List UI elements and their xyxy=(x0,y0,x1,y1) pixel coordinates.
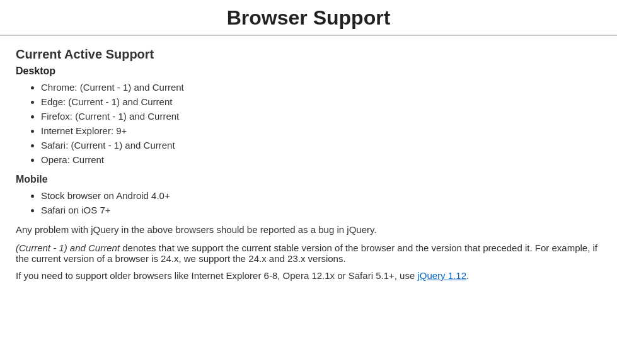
mobile-browser-list: Stock browser on Android 4.0+ Safari on … xyxy=(41,190,601,215)
list-item: Safari: (Current - 1) and Current xyxy=(41,140,601,151)
list-item: Internet Explorer: 9+ xyxy=(41,125,601,136)
current-active-support-heading: Current Active Support xyxy=(16,47,601,62)
bug-note: Any problem with jQuery in the above bro… xyxy=(16,224,601,235)
list-item: Opera: Current xyxy=(41,154,601,165)
mobile-heading: Mobile xyxy=(16,174,601,185)
page-title: Browser Support xyxy=(0,6,617,30)
older-browsers-paragraph: If you need to support older browsers li… xyxy=(16,270,601,281)
list-item: Chrome: (Current - 1) and Current xyxy=(41,82,601,93)
list-item: Safari on iOS 7+ xyxy=(41,205,601,215)
list-item: Firefox: (Current - 1) and Current xyxy=(41,111,601,122)
list-item: Edge: (Current - 1) and Current xyxy=(41,96,601,107)
jquery-link[interactable]: jQuery 1.12 xyxy=(417,270,466,281)
main-content: Current Active Support Desktop Chrome: (… xyxy=(0,36,617,292)
page-title-container: Browser Support xyxy=(0,0,617,36)
desktop-browser-list: Chrome: (Current - 1) and Current Edge: … xyxy=(41,82,601,165)
desktop-heading: Desktop xyxy=(16,65,601,77)
older-browsers-prefix: If you need to support older browsers li… xyxy=(16,270,417,281)
list-item: Stock browser on Android 4.0+ xyxy=(41,190,601,201)
current-note-italic: (Current - 1) and Current xyxy=(16,242,120,253)
current-note-paragraph: (Current - 1) and Current denotes that w… xyxy=(16,242,601,264)
older-browsers-suffix: . xyxy=(466,270,469,281)
